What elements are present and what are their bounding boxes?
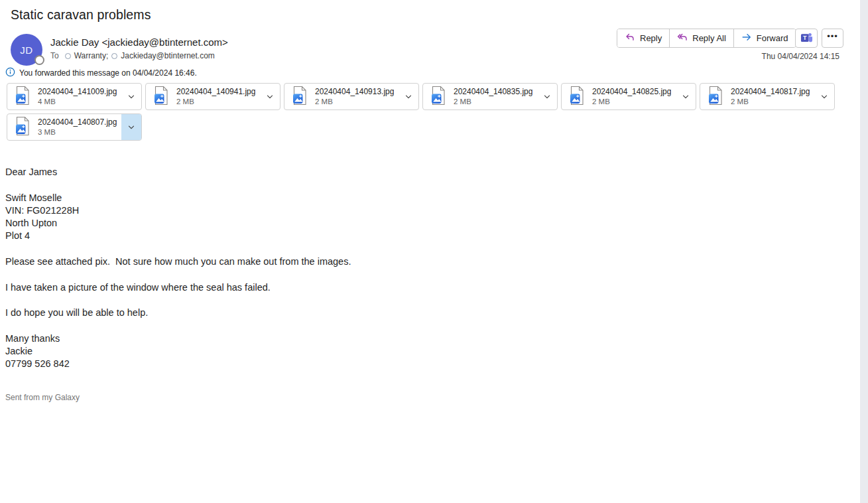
reply-button[interactable]: Reply xyxy=(617,29,669,47)
response-button-group: Reply Reply All Forward xyxy=(617,29,796,48)
attachment-dropdown-button[interactable] xyxy=(537,84,557,109)
scrollbar-track[interactable] xyxy=(860,0,868,503)
attachment-dropdown-button[interactable] xyxy=(121,114,141,140)
reply-all-icon xyxy=(677,32,688,44)
email-signature: Sent from my Galaxy xyxy=(5,393,80,402)
forward-icon xyxy=(741,32,752,44)
sender-name[interactable]: Jackie Day <jackieday@btinternet.com> xyxy=(50,36,228,48)
reply-icon xyxy=(625,32,635,44)
presence-icon xyxy=(65,53,71,59)
recipient-warranty[interactable]: Warranty; xyxy=(74,51,109,60)
attachment-size: 2 MB xyxy=(454,97,532,106)
received-datetime: Thu 04/04/2024 14:15 xyxy=(762,52,839,61)
more-icon: ••• xyxy=(827,31,838,41)
attachment-chip[interactable]: 20240404_140807.jpg3 MB xyxy=(7,113,142,141)
image-file-icon xyxy=(708,86,723,108)
attachment-chip[interactable]: 20240404_140817.jpg2 MB xyxy=(700,83,835,110)
attachment-name: 20240404_140817.jpg xyxy=(731,87,810,97)
attachment-chip[interactable]: 20240404_141009.jpg4 MB xyxy=(7,83,142,110)
attachment-size: 4 MB xyxy=(38,97,117,106)
attachment-dropdown-button[interactable] xyxy=(399,84,418,109)
attachment-dropdown-button[interactable] xyxy=(260,84,280,109)
more-actions-button[interactable]: ••• xyxy=(822,29,843,48)
attachment-dropdown-button[interactable] xyxy=(121,84,141,109)
attachment-name: 20240404_140825.jpg xyxy=(592,87,671,97)
attachment-size: 2 MB xyxy=(315,97,394,106)
forwarded-notice: You forwarded this message on 04/04/2024… xyxy=(5,67,197,79)
attachment-chip[interactable]: 20240404_140835.jpg2 MB xyxy=(422,83,558,110)
attachment-dropdown-button[interactable] xyxy=(676,84,696,109)
share-to-teams-button[interactable]: T xyxy=(795,29,818,48)
recipient-jackieday[interactable]: Jackieday@btinternet.com xyxy=(121,51,215,60)
attachment-size: 2 MB xyxy=(731,97,810,106)
attachments-row-2: 20240404_140807.jpg3 MB xyxy=(7,113,142,141)
attachment-size: 2 MB xyxy=(176,97,255,106)
info-icon xyxy=(5,67,15,79)
reply-all-button[interactable]: Reply All xyxy=(669,29,733,47)
image-file-icon xyxy=(569,86,585,108)
forward-button[interactable]: Forward xyxy=(733,29,796,47)
svg-text:T: T xyxy=(802,34,806,40)
presence-badge xyxy=(34,55,44,65)
recipients-line: To Warranty; Jackieday@btinternet.com xyxy=(50,51,215,60)
attachment-name: 20240404_140913.jpg xyxy=(315,87,394,97)
image-file-icon xyxy=(292,86,308,108)
attachments-row-1: 20240404_141009.jpg4 MB 20240404_140941.… xyxy=(7,83,835,110)
forwarded-notice-text: You forwarded this message on 04/04/2024… xyxy=(19,68,197,78)
forward-label: Forward xyxy=(757,33,788,43)
avatar-initials: JD xyxy=(20,44,32,56)
attachment-size: 3 MB xyxy=(38,127,117,137)
presence-icon xyxy=(111,53,117,59)
image-file-icon xyxy=(15,86,31,108)
reply-all-label: Reply All xyxy=(692,33,726,43)
image-file-icon xyxy=(430,86,446,108)
image-file-icon xyxy=(153,86,169,108)
teams-icon: T xyxy=(800,31,813,46)
email-body: Dear James Swift Moselle VIN: FG021228H … xyxy=(5,166,668,371)
attachment-name: 20240404_141009.jpg xyxy=(38,87,117,97)
attachment-size: 2 MB xyxy=(592,97,671,106)
email-reading-pane: Static caravan problems Reply Reply All … xyxy=(0,0,868,503)
attachment-name: 20240404_140941.jpg xyxy=(176,87,255,97)
email-subject: Static caravan problems xyxy=(11,7,151,23)
attachment-chip[interactable]: 20240404_140913.jpg2 MB xyxy=(284,83,419,110)
attachment-dropdown-button[interactable] xyxy=(814,84,834,109)
to-label: To xyxy=(50,51,59,60)
attachment-chip[interactable]: 20240404_140825.jpg2 MB xyxy=(561,83,696,110)
attachment-name: 20240404_140807.jpg xyxy=(38,117,117,127)
image-file-icon xyxy=(15,116,31,139)
attachment-chip[interactable]: 20240404_140941.jpg2 MB xyxy=(145,83,280,110)
reply-label: Reply xyxy=(640,33,662,43)
attachment-name: 20240404_140835.jpg xyxy=(454,87,532,97)
